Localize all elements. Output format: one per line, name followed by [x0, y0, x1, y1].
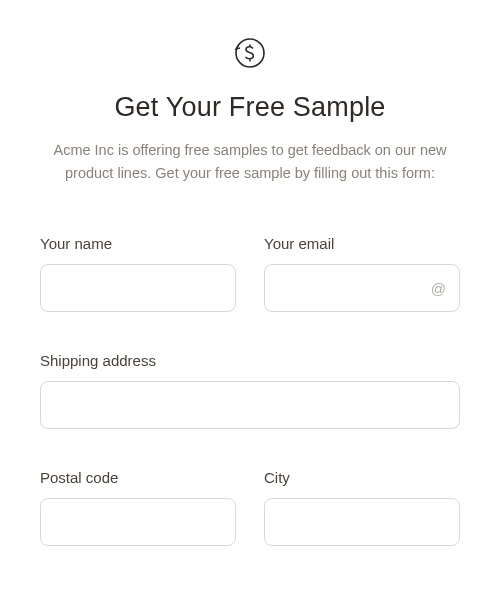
- name-field-group: Your name: [40, 235, 236, 312]
- email-field-group: Your email @: [264, 235, 460, 312]
- page-subtitle: Acme Inc is offering free samples to get…: [40, 139, 460, 185]
- input-wrap: [264, 498, 460, 546]
- address-input[interactable]: [40, 381, 460, 429]
- input-wrap: [40, 498, 236, 546]
- form-row: Shipping address: [40, 352, 460, 429]
- address-label: Shipping address: [40, 352, 460, 369]
- input-wrap: [40, 264, 236, 312]
- sample-form: Your name Your email @ Shipping address …: [40, 235, 460, 546]
- form-row: Postal code City: [40, 469, 460, 546]
- form-row: Your name Your email @: [40, 235, 460, 312]
- header-icon-wrap: [40, 36, 460, 74]
- dollar-circle-icon: [233, 36, 267, 74]
- page-title: Get Your Free Sample: [40, 92, 460, 123]
- postal-field-group: Postal code: [40, 469, 236, 546]
- input-wrap: @: [264, 264, 460, 312]
- city-field-group: City: [264, 469, 460, 546]
- email-label: Your email: [264, 235, 460, 252]
- name-input[interactable]: [40, 264, 236, 312]
- postal-label: Postal code: [40, 469, 236, 486]
- input-wrap: [40, 381, 460, 429]
- city-label: City: [264, 469, 460, 486]
- postal-input[interactable]: [40, 498, 236, 546]
- email-input[interactable]: [264, 264, 460, 312]
- name-label: Your name: [40, 235, 236, 252]
- address-field-group: Shipping address: [40, 352, 460, 429]
- city-input[interactable]: [264, 498, 460, 546]
